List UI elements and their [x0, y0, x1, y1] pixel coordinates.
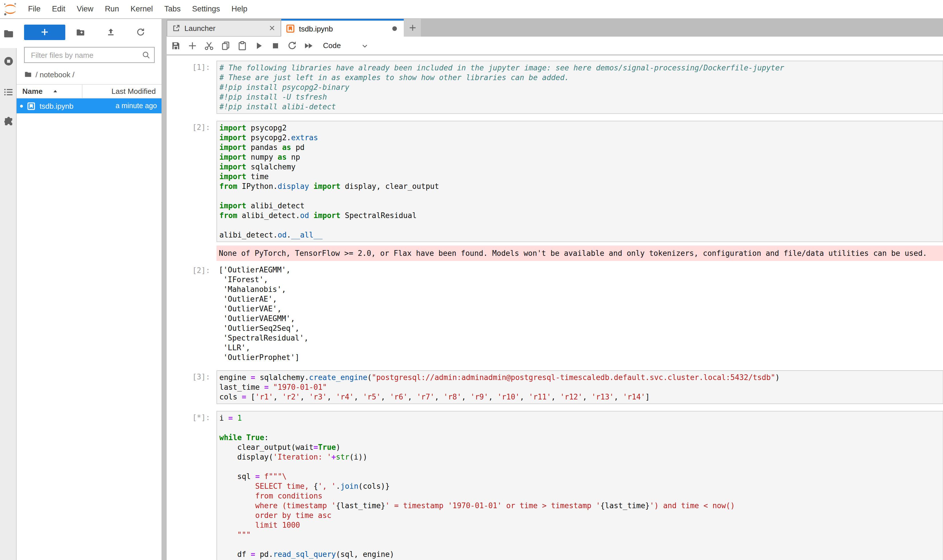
menu-view[interactable]: View: [71, 0, 99, 18]
menu-file[interactable]: File: [22, 0, 46, 18]
file-browser-panel: / notebook / Name Last Modified tsdb.ipy…: [17, 19, 162, 560]
plus-icon: [40, 28, 49, 37]
restart-icon: [287, 40, 297, 51]
run-icon: [254, 40, 264, 51]
cut-button[interactable]: [204, 40, 214, 51]
code-line: import psycopg2.extras: [219, 133, 942, 143]
refresh-button[interactable]: [126, 23, 156, 41]
menu-kernel[interactable]: Kernel: [125, 0, 159, 18]
tab-launcher[interactable]: Launcher: [167, 20, 281, 36]
save-icon: [171, 40, 181, 51]
restart-button[interactable]: [287, 40, 297, 51]
cell-editor[interactable]: # The following libraries have already b…: [216, 61, 943, 114]
code-line: where (timestamp '{last_time}' = timesta…: [219, 501, 942, 511]
code-line: order by time asc: [219, 511, 942, 520]
stop-button[interactable]: [270, 40, 281, 51]
tab-label: tsdb.ipynb: [299, 24, 333, 33]
cut-icon: [204, 40, 214, 51]
unsaved-changes-icon[interactable]: [392, 26, 397, 31]
stderr-output: None of PyTorch, TensorFlow >= 2.0, or F…: [216, 246, 943, 261]
new-tab-button[interactable]: [404, 19, 421, 37]
jupyterlab-window: FileEditViewRunKernelTabsSettingsHelp: [0, 0, 943, 560]
sidebar-tab-running-sessions[interactable]: [0, 49, 17, 74]
upload-button[interactable]: [96, 23, 125, 41]
menu-run[interactable]: Run: [99, 0, 125, 18]
tab-tsdb-notebook[interactable]: tsdb.ipynb: [281, 19, 404, 37]
cell-editor[interactable]: import psycopg2import psycopg2.extrasimp…: [216, 121, 943, 242]
cell-input-prompt: [1]:: [167, 61, 216, 114]
run-button[interactable]: [254, 40, 264, 51]
cell-type-dropdown[interactable]: Code: [323, 41, 369, 50]
main-menu: FileEditViewRunKernelTabsSettingsHelp: [22, 0, 253, 18]
list-icon: [3, 86, 14, 98]
code-line: engine = sqlalchemy.create_engine("postg…: [219, 372, 942, 382]
code-line: while True:: [219, 433, 942, 442]
breadcrumb[interactable]: / notebook /: [17, 68, 162, 81]
code-line: import alibi_detect: [219, 201, 942, 211]
paste-button[interactable]: [237, 40, 247, 51]
code-line: clear_output(wait=True): [219, 442, 942, 452]
code-line: #!pip install psycopg2-binary: [219, 82, 942, 92]
run-all-button[interactable]: [304, 40, 314, 51]
search-icon: [142, 50, 151, 60]
notebook-file-icon: [27, 102, 35, 110]
cell-input-prompt: [3]:: [167, 370, 216, 404]
folder-icon: [24, 71, 32, 78]
code-line: import numpy as np: [219, 152, 942, 162]
sort-asc-icon: [53, 89, 58, 94]
file-row-tsdb[interactable]: tsdb.ipynb a minute ago: [17, 98, 162, 113]
menu-tabs[interactable]: Tabs: [159, 0, 187, 18]
column-header-modified[interactable]: Last Modified: [82, 87, 162, 95]
close-icon[interactable]: [268, 24, 276, 32]
code-line: from alibi_detect.od import SpectralResi…: [219, 211, 942, 220]
sidebar-splitter[interactable]: [162, 19, 167, 560]
file-name: tsdb.ipynb: [40, 102, 74, 110]
notebook-icon: [286, 24, 295, 33]
notebook-cell: [1]:# The following libraries have alrea…: [167, 61, 943, 114]
notebook-cell: [*]:i = 1while True: clear_output(wait=T…: [167, 411, 943, 560]
jupyter-logo-icon: [3, 2, 18, 17]
sidebar-tab-table-of-contents[interactable]: [0, 80, 17, 105]
code-line: last_time = "1970-01-01": [219, 382, 942, 392]
insert-icon: [187, 40, 198, 51]
sidebar-tab-extension-manager[interactable]: [0, 109, 17, 134]
notebook-cell: [2]:import psycopg2import psycopg2.extra…: [167, 121, 943, 363]
folder-icon: [3, 28, 14, 39]
new-launcher-button[interactable]: [24, 24, 65, 40]
code-line: import sqlalchemy: [219, 162, 942, 172]
execute-result-output: ['OutlierAEGMM', 'IForest', 'Mahalanobis…: [216, 264, 943, 363]
sidebar-tab-file-browser[interactable]: [0, 19, 17, 48]
code-line: import time: [219, 172, 942, 182]
unsaved-dot-icon: [20, 105, 23, 107]
column-header-name[interactable]: Name: [22, 87, 82, 95]
code-line: SELECT time, {', '.join(cols)}: [219, 481, 942, 491]
puzzle-icon: [3, 115, 14, 127]
chevron-down-icon: [360, 41, 369, 50]
code-line: # These are just left in as examples to …: [219, 73, 942, 82]
file-filter-box: [24, 47, 154, 63]
copy-button[interactable]: [221, 40, 231, 51]
file-filter-input[interactable]: [30, 50, 142, 60]
cell-editor[interactable]: engine = sqlalchemy.create_engine("postg…: [216, 370, 943, 404]
notebook-scroll-area[interactable]: [1]:# The following libraries have alrea…: [167, 55, 943, 560]
code-line: limit 1000: [219, 520, 942, 530]
insert-button[interactable]: [187, 40, 198, 51]
code-line: i = 1: [219, 413, 942, 423]
code-line: import psycopg2: [219, 123, 942, 133]
menu-settings[interactable]: Settings: [187, 0, 226, 18]
code-line: #!pip install -U tsfresh: [219, 92, 942, 102]
code-line: from IPython.display import display, cle…: [219, 182, 942, 191]
cell-editor[interactable]: i = 1while True: clear_output(wait=True)…: [216, 411, 943, 560]
launcher-icon: [172, 24, 181, 32]
menu-edit[interactable]: Edit: [46, 0, 71, 18]
cell-type-value: Code: [323, 41, 341, 50]
menu-help[interactable]: Help: [226, 0, 253, 18]
new-folder-button[interactable]: [65, 23, 96, 41]
copy-icon: [221, 40, 231, 51]
save-button[interactable]: [171, 40, 181, 51]
code-line: [219, 220, 942, 230]
activity-bar: [0, 19, 17, 560]
paste-icon: [237, 40, 247, 51]
notebook-cell: [3]:engine = sqlalchemy.create_engine("p…: [167, 370, 943, 404]
code-line: alibi_detect.od.__all__: [219, 230, 942, 240]
